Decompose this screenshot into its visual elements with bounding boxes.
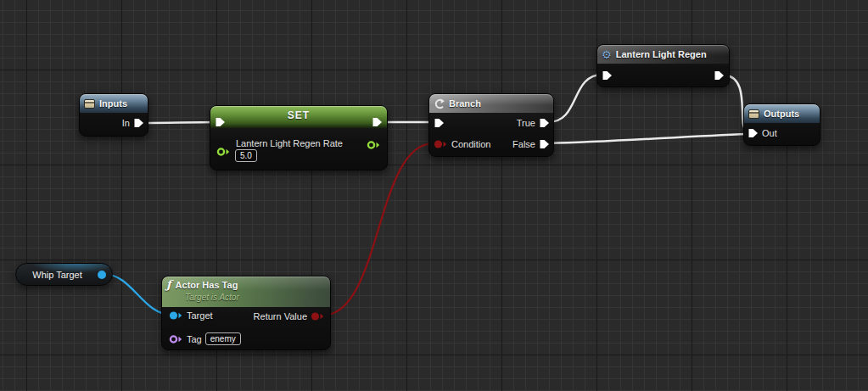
- exec-in-pin[interactable]: [748, 128, 759, 138]
- variable-name: Whip Target: [32, 270, 82, 280]
- float-out-pin[interactable]: [367, 140, 381, 150]
- node-title: Branch: [449, 98, 481, 109]
- node-title: Lantern Light Regen: [616, 49, 707, 59]
- node-subtitle: Target is Actor: [166, 293, 323, 302]
- node-set-header[interactable]: SET: [210, 106, 387, 128]
- false-label: False: [512, 139, 535, 149]
- exec-out-pin[interactable]: [372, 117, 383, 127]
- wire-true-to-lantern[interactable]: [548, 75, 602, 122]
- condition-label: Condition: [451, 139, 490, 149]
- tunnel-icon: [84, 99, 95, 109]
- false-exec-pin[interactable]: [539, 139, 550, 149]
- node-outputs[interactable]: Outputs Out: [743, 103, 820, 146]
- node-branch[interactable]: Branch Condition True False: [428, 93, 554, 157]
- node-branch-header[interactable]: Branch: [429, 94, 553, 113]
- exec-in-pin[interactable]: [602, 70, 613, 81]
- node-actor-has-tag[interactable]: ƒ Actor Has Tag Target is Actor Target R…: [161, 276, 331, 350]
- node-lantern-light-regen[interactable]: ⚙ Lantern Light Regen: [596, 44, 730, 87]
- exec-in-pin[interactable]: [434, 118, 445, 128]
- node-actor-has-tag-header[interactable]: ƒ Actor Has Tag Target is Actor: [162, 276, 330, 307]
- node-title: SET: [288, 109, 310, 121]
- pin-label: In: [122, 118, 130, 128]
- node-inputs[interactable]: Inputs In: [79, 93, 148, 137]
- node-inputs-header[interactable]: Inputs: [80, 94, 148, 113]
- blueprint-graph-canvas[interactable]: Inputs In SET Lantern Light Regen Rate 5…: [0, 0, 868, 391]
- float-in-pin[interactable]: [216, 147, 231, 157]
- node-outputs-header[interactable]: Outputs: [744, 104, 820, 123]
- condition-pin[interactable]: [434, 139, 448, 149]
- true-exec-pin[interactable]: [539, 118, 550, 128]
- object-out-pin[interactable]: [97, 270, 107, 280]
- exec-out-pin[interactable]: [714, 70, 725, 81]
- value-input[interactable]: 5.0: [235, 149, 257, 162]
- wire-layer: [0, 0, 868, 391]
- tag-label: Tag: [187, 334, 202, 344]
- exec-in-pin[interactable]: [215, 117, 226, 127]
- node-lantern-header[interactable]: ⚙ Lantern Light Regen: [597, 45, 729, 64]
- node-whip-target-getter[interactable]: Whip Target: [15, 263, 113, 286]
- node-title: Actor Has Tag: [176, 280, 238, 290]
- target-pin[interactable]: [169, 310, 183, 321]
- node-title: Inputs: [99, 98, 127, 109]
- tag-pin[interactable]: [169, 334, 183, 344]
- branch-icon: [434, 98, 445, 109]
- return-value-label: Return Value: [254, 311, 307, 321]
- wire-in-to-set[interactable]: [144, 122, 219, 123]
- node-title: Outputs: [764, 109, 799, 119]
- pin-label: Out: [762, 128, 777, 138]
- tunnel-icon: [748, 109, 759, 119]
- gear-icon: ⚙: [602, 49, 612, 60]
- node-set-lantern-light-regen-rate[interactable]: SET Lantern Light Regen Rate 5.0: [210, 105, 388, 170]
- return-value-pin[interactable]: [311, 311, 325, 321]
- target-label: Target: [187, 310, 213, 321]
- function-icon: ƒ: [166, 279, 171, 290]
- tag-value-input[interactable]: enemy: [205, 332, 241, 345]
- wire-false-to-out[interactable]: [548, 134, 748, 143]
- true-label: True: [517, 118, 535, 128]
- exec-out-pin[interactable]: [133, 118, 144, 128]
- variable-label: Lantern Light Regen Rate: [236, 138, 343, 148]
